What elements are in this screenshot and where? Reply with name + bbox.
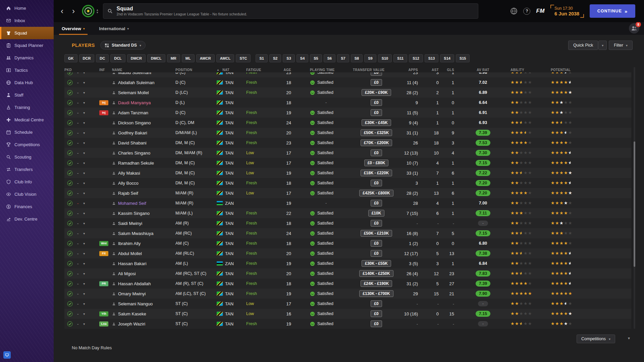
player-name[interactable]: David Shabani: [118, 140, 147, 145]
position-filter-gk[interactable]: GK: [64, 54, 77, 62]
picked-check-icon[interactable]: [67, 170, 73, 176]
player-name[interactable]: Abdul Mollel: [118, 251, 142, 256]
player-row[interactable]: -▾Godfrey BakariD/M/AM (L)TANFresh20Sati…: [64, 128, 631, 138]
row-chevron-down-icon[interactable]: ▾: [83, 212, 85, 215]
position-filter-s12[interactable]: S12: [409, 54, 423, 62]
back-button[interactable]: ‹: [56, 6, 68, 16]
row-chevron-down-icon[interactable]: ▾: [83, 181, 85, 185]
player-name[interactable]: Hassan Abdallah: [118, 281, 151, 286]
player-name[interactable]: Omary Mwinyi: [118, 291, 146, 296]
player-row[interactable]: -▾Ramadhan SekuleDM, M (C)TANLow17Satisf…: [64, 158, 631, 168]
row-chevron-down-icon[interactable]: ▾: [83, 312, 85, 316]
sidebar-item-data-hub[interactable]: Data Hub: [0, 76, 54, 89]
player-name[interactable]: Godfrey Bakari: [118, 130, 147, 135]
position-filter-s2[interactable]: S2: [269, 54, 281, 62]
row-chevron-down-icon[interactable]: ▾: [83, 242, 85, 245]
position-filter-s10[interactable]: S10: [378, 54, 392, 62]
picked-check-icon[interactable]: [67, 271, 73, 277]
player-row[interactable]: -▾Maulid SuleimaniD (C)TANFresh23Satisfi…: [64, 72, 631, 77]
search-icon[interactable]: [107, 8, 113, 14]
row-chevron-down-icon[interactable]: ▾: [83, 322, 85, 326]
player-row[interactable]: -▾Mohamed SeifM/AM (R)ZAN19-£028417.00★★…: [64, 198, 631, 208]
sidebar-item-competitions[interactable]: Competitions: [0, 138, 54, 151]
picked-check-icon[interactable]: [67, 72, 73, 75]
row-chevron-down-icon[interactable]: ▾: [83, 272, 85, 276]
player-row[interactable]: -▾InjAdam TanzmanD (C)TANFresh19Satisfie…: [64, 108, 631, 118]
position-filter-dcr[interactable]: DCR: [79, 54, 95, 62]
position-filter-s14[interactable]: S14: [440, 54, 454, 62]
position-filter-s1[interactable]: S1: [256, 54, 267, 62]
position-filter-s15[interactable]: S15: [456, 54, 470, 62]
position-filter-s4[interactable]: S4: [297, 54, 308, 62]
position-filter-amcr[interactable]: AMCR: [196, 54, 215, 62]
picked-check-icon[interactable]: [67, 90, 73, 96]
player-name[interactable]: Ali Mgosi: [118, 271, 136, 276]
player-row[interactable]: -▾Selemani MollelD (LC)TANFresh20Satisfi…: [64, 87, 631, 98]
player-name[interactable]: Maulid Suleimani: [118, 72, 151, 75]
column-header-ast[interactable]: AST: [421, 67, 441, 72]
picked-check-icon[interactable]: [67, 120, 73, 126]
player-name[interactable]: Charles Singano: [118, 150, 150, 156]
position-filter-s3[interactable]: S3: [283, 54, 294, 62]
player-row[interactable]: -▾Ally BoccoDM, M (C)TANFresh18Satisfied…: [64, 178, 631, 188]
picked-check-icon[interactable]: [67, 321, 73, 327]
picked-check-icon[interactable]: [67, 241, 73, 246]
picked-check-icon[interactable]: [67, 221, 73, 226]
row-chevron-down-icon[interactable]: ▾: [83, 131, 85, 135]
column-header-potential[interactable]: POTENTIAL: [551, 67, 631, 72]
position-filter-amcl[interactable]: AMCL: [216, 54, 234, 62]
player-name[interactable]: Selemani Mollel: [118, 90, 149, 95]
column-header-name[interactable]: NAME: [112, 67, 175, 72]
position-filter-s6[interactable]: S6: [324, 54, 335, 62]
column-header-nat[interactable]: ▲NAT: [217, 67, 246, 72]
picked-check-icon[interactable]: [67, 210, 73, 216]
row-chevron-down-icon[interactable]: ▾: [83, 111, 85, 115]
player-row[interactable]: -▾Abdallah SuleimanD (C)TANFresh18Satisf…: [64, 77, 631, 87]
position-filter-s13[interactable]: S13: [425, 54, 439, 62]
picked-check-icon[interactable]: [67, 110, 73, 116]
position-filter-s9[interactable]: S9: [364, 54, 376, 62]
player-row[interactable]: -▾Ali MgosiAM (RC), ST (C)TANFresh20Sati…: [64, 268, 631, 279]
expand-chevron[interactable]: ▾: [628, 336, 630, 341]
club-crest-icon[interactable]: [82, 5, 95, 17]
player-row[interactable]: -▾FitAbdul MollelAM (RLC)TANFresh20Satis…: [64, 248, 631, 258]
picked-check-icon[interactable]: [67, 190, 73, 196]
position-filter-dcl[interactable]: DCL: [110, 54, 125, 62]
position-filter-dmcr[interactable]: DMCR: [127, 54, 146, 62]
sidebar-item-scouting[interactable]: Scouting: [0, 151, 54, 163]
player-row[interactable]: -▾Ally MakasiDM, M (C)TANLow19Satisfied£…: [64, 168, 631, 178]
position-filter-s11[interactable]: S11: [393, 54, 407, 62]
position-filter-s5[interactable]: S5: [310, 54, 322, 62]
filter-button[interactable]: Filter ▾: [609, 41, 633, 50]
row-chevron-down-icon[interactable]: ▾: [83, 91, 85, 95]
column-header-playing-time[interactable]: PLAYING TIME: [296, 67, 353, 72]
row-chevron-down-icon[interactable]: ▾: [83, 151, 85, 155]
player-name[interactable]: Salum Mwashiuya: [118, 231, 154, 236]
picked-check-icon[interactable]: [67, 130, 73, 136]
picked-check-icon[interactable]: [67, 180, 73, 186]
player-row[interactable]: -▾YthSalum KasekeST (C)TANLow16Satisfied…: [64, 309, 631, 319]
column-header-inf[interactable]: INF: [99, 67, 112, 72]
display-mode-icon[interactable]: [3, 351, 11, 359]
sidebar-item-squad-planner[interactable]: Squad Planner: [0, 39, 54, 52]
row-chevron-down-icon[interactable]: ▾: [83, 282, 85, 286]
position-filter-mr[interactable]: MR: [167, 54, 180, 62]
row-chevron-down-icon[interactable]: ▾: [83, 232, 85, 235]
column-header-age[interactable]: AGE: [277, 67, 296, 72]
picked-check-icon[interactable]: [67, 200, 73, 206]
row-chevron-down-icon[interactable]: ▾: [83, 101, 85, 105]
club-cycle-buttons[interactable]: ▴▾: [97, 8, 98, 14]
player-row[interactable]: -▾WntIbrahim AllyAM (C)TANFresh18Satisfi…: [64, 238, 631, 248]
sidebar-item-squad[interactable]: Squad: [0, 27, 54, 39]
manager-avatar[interactable]: 8: [629, 23, 639, 34]
row-chevron-down-icon[interactable]: ▾: [83, 222, 85, 225]
player-name[interactable]: Ally Bocco: [118, 181, 139, 186]
picked-check-icon[interactable]: [67, 261, 73, 266]
player-row[interactable]: -▾Rajab SeifM/AM (R)TANLow17Satisfied£42…: [64, 188, 631, 198]
player-name[interactable]: Adam Tanzman: [118, 110, 148, 115]
scrollbar-thumb[interactable]: [634, 141, 635, 267]
sidebar-item-dev-centre[interactable]: Dev. Centre: [0, 213, 54, 225]
column-header-pkd[interactable]: PKD: [64, 67, 99, 72]
row-chevron-down-icon[interactable]: ▾: [83, 262, 85, 265]
picked-check-icon[interactable]: [67, 281, 73, 287]
